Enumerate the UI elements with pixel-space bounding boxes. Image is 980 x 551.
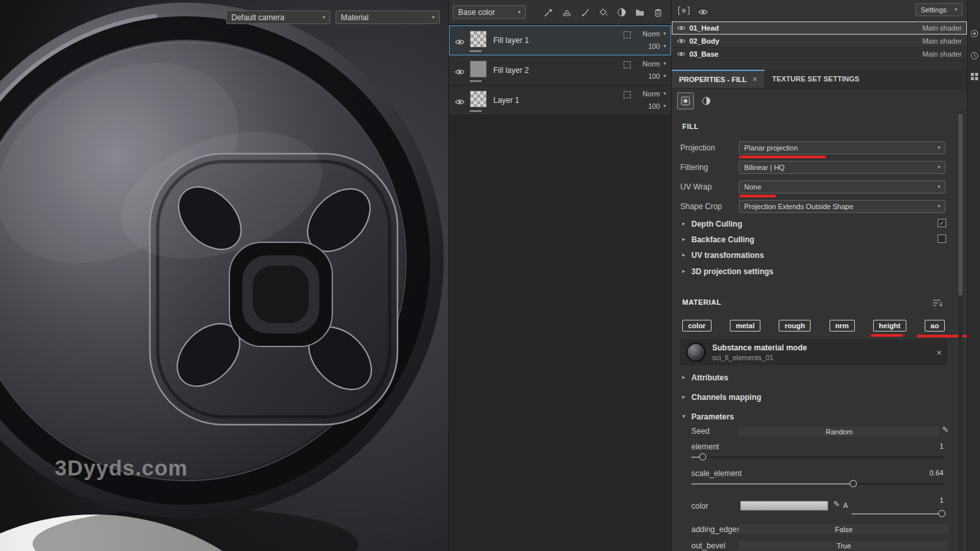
- uv-wrap-dropdown[interactable]: None ▾: [739, 180, 945, 193]
- channel-rough-button[interactable]: rough: [779, 320, 811, 332]
- layer-name[interactable]: Fill layer 1: [493, 36, 529, 45]
- alpha-slider-knob[interactable]: [938, 510, 945, 517]
- channel-height-button[interactable]: height: [873, 320, 906, 332]
- chevron-right-icon: ▸: [682, 374, 685, 380]
- color-alpha-value[interactable]: 1: [940, 496, 944, 504]
- backface-culling-checkbox[interactable]: [938, 234, 946, 243]
- close-icon[interactable]: ×: [936, 348, 942, 358]
- channel-metal-button[interactable]: metal: [730, 320, 760, 332]
- properties-scrollbar[interactable]: [958, 111, 962, 551]
- texture-set-row[interactable]: 02_Body Main shader: [672, 35, 967, 48]
- filtering-dropdown[interactable]: Bilinear | HQ ▾: [739, 161, 945, 174]
- texture-set-row[interactable]: 01_Head Main shader: [672, 21, 967, 35]
- fill-bucket-icon[interactable]: [596, 5, 610, 19]
- tab-properties-fill[interactable]: PROPERTIES - FILL ×: [672, 70, 765, 88]
- attributes-section[interactable]: ▸ Attributes: [672, 371, 967, 386]
- chevron-right-icon: ▸: [682, 236, 685, 242]
- backface-culling-section[interactable]: ▸ Backface Culling: [672, 233, 967, 247]
- depth-culling-section[interactable]: ▸ Depth Culling ✓: [672, 218, 967, 232]
- 3d-projection-settings-section[interactable]: ▸ 3D projection settings: [672, 265, 967, 279]
- channel-dropdown[interactable]: Base color ▾: [453, 5, 526, 19]
- texture-set-name: 02_Body: [689, 37, 719, 45]
- layer-row[interactable]: Layer 1 Norm ▾ 100 ▾: [449, 85, 671, 115]
- element-slider[interactable]: [691, 457, 944, 458]
- channels-mapping-section[interactable]: ▸ Channels mapping: [672, 391, 967, 405]
- element-value[interactable]: 1: [940, 442, 944, 450]
- folder-icon[interactable]: [633, 5, 646, 19]
- scrollbar-thumb[interactable]: [958, 113, 962, 296]
- layer-opacity-dropdown[interactable]: 100 ▾: [648, 42, 666, 50]
- layer-visibility-icon[interactable]: [455, 36, 465, 48]
- mask-placeholder-icon[interactable]: [624, 61, 631, 68]
- display-settings-icon[interactable]: [970, 29, 979, 38]
- layer-blend-dropdown[interactable]: Norm ▾: [642, 60, 666, 68]
- settings-dropdown[interactable]: Settings ▾: [915, 3, 962, 16]
- history-icon[interactable]: [970, 51, 979, 60]
- mask-placeholder-icon[interactable]: [624, 31, 631, 38]
- mask-placeholder-icon[interactable]: [624, 91, 631, 98]
- layer-thumbnail[interactable]: [470, 31, 487, 48]
- parameters-label: Parameters: [691, 412, 734, 421]
- close-icon[interactable]: ×: [753, 75, 757, 84]
- shading-mode-dropdown[interactable]: Material ▾: [336, 10, 440, 24]
- visibility-eye-icon[interactable]: [698, 7, 708, 18]
- element-slider-knob[interactable]: [699, 453, 706, 460]
- 3d-projection-settings-label: 3D projection settings: [691, 267, 773, 276]
- depth-culling-checkbox[interactable]: ✓: [938, 219, 946, 227]
- scale-element-value[interactable]: 0.64: [930, 469, 944, 477]
- uv-transformations-section[interactable]: ▸ UV transformations: [672, 249, 967, 263]
- texture-set-visibility-icon[interactable]: [677, 22, 685, 34]
- physical-mode-button[interactable]: [698, 92, 715, 109]
- layer-thumb-bar: [470, 110, 482, 112]
- layer-visibility-icon[interactable]: [455, 96, 465, 108]
- layer-opacity-value: 100: [648, 42, 660, 50]
- paint-brush-icon[interactable]: [578, 5, 592, 19]
- texture-set-visibility-icon[interactable]: [677, 35, 685, 47]
- camera-dropdown[interactable]: Default camera ▾: [226, 10, 330, 24]
- scale-element-slider[interactable]: [691, 483, 944, 485]
- material-pie-icon[interactable]: [614, 5, 628, 19]
- eraser-stamp-icon[interactable]: [560, 5, 573, 19]
- annotation-underline-uv-wrap: [739, 195, 776, 197]
- shading-mode-value: Material: [341, 13, 429, 22]
- isolate-view-icon[interactable]: [678, 6, 690, 18]
- layer-blend-dropdown[interactable]: Norm ▾: [642, 90, 666, 98]
- trash-icon[interactable]: [651, 5, 665, 19]
- layer-opacity-dropdown[interactable]: 100 ▾: [648, 72, 666, 80]
- channel-nrm-button[interactable]: nrm: [829, 320, 855, 332]
- layer-row[interactable]: Fill layer 1 Norm ▾ 100 ▾: [449, 25, 671, 55]
- texture-set-visibility-icon[interactable]: [677, 48, 685, 60]
- adding-edges-toggle[interactable]: False: [739, 524, 949, 534]
- material-mode-card[interactable]: Substance material mode sci_fi_elements_…: [680, 339, 947, 365]
- layer-blend-dropdown[interactable]: Norm ▾: [642, 30, 666, 38]
- chevron-right-icon: ▸: [682, 268, 685, 274]
- layer-opacity-dropdown[interactable]: 100 ▾: [648, 102, 666, 110]
- material-mode-button[interactable]: [677, 92, 694, 109]
- pencil-icon[interactable]: ✎: [942, 425, 949, 434]
- layer-row[interactable]: Fill layer 2 Norm ▾ 100 ▾: [449, 55, 671, 85]
- seed-random-button[interactable]: Random: [739, 427, 940, 437]
- pencil-icon[interactable]: ✎: [833, 500, 840, 509]
- material-filter-icon[interactable]: [932, 298, 943, 310]
- shelf-grid-icon[interactable]: [970, 72, 979, 81]
- scale-element-slider-knob[interactable]: [850, 480, 857, 487]
- layer-visibility-icon[interactable]: [455, 66, 465, 78]
- layer-name[interactable]: Layer 1: [493, 96, 519, 105]
- layer-thumbnail[interactable]: [470, 91, 487, 107]
- material-section-title: MATERIAL: [682, 298, 721, 306]
- channel-color-button[interactable]: color: [682, 320, 712, 332]
- channel-ao-button[interactable]: ao: [925, 320, 945, 332]
- 3d-viewport[interactable]: 3Dyyds.com Default camera ▾ Material ▾: [0, 0, 448, 551]
- color-swatch[interactable]: [740, 501, 828, 511]
- tab-texture-set-settings[interactable]: TEXTURE SET SETTINGS: [765, 70, 867, 88]
- particle-brush-icon[interactable]: [541, 5, 555, 19]
- layer-thumbnail[interactable]: [470, 61, 487, 78]
- uv-wrap-value: None: [744, 183, 934, 191]
- alpha-slider[interactable]: [852, 513, 944, 515]
- out-bevel-toggle[interactable]: True: [739, 541, 949, 550]
- texture-set-row[interactable]: 03_Base Main shader: [672, 48, 967, 61]
- projection-dropdown[interactable]: Planar projection ▾: [739, 141, 945, 154]
- layer-name[interactable]: Fill layer 2: [493, 66, 529, 75]
- shape-crop-dropdown[interactable]: Projection Extends Outside Shape ▾: [739, 200, 945, 213]
- parameters-section[interactable]: ▾ Parameters: [672, 410, 967, 425]
